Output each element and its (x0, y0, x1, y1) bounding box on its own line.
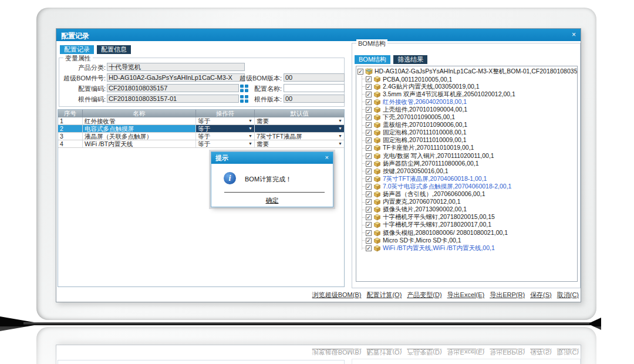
tab-bom-structure[interactable]: BOM结构 (355, 55, 390, 64)
operator-dropdown[interactable]: 等于▼ (196, 125, 255, 132)
default-value-dropdown[interactable]: 需要▼ (255, 117, 344, 124)
checkbox-checked-icon[interactable] (366, 107, 372, 113)
dialog-divider (224, 192, 325, 193)
checkbox-checked-icon[interactable] (358, 69, 363, 75)
info-icon: i (224, 172, 236, 184)
bom-tree-item[interactable]: 充电/数据 写入铜片,2070111020011,00,1 (358, 152, 577, 160)
bom-tree-item[interactable]: 按键,20703050016,00,1 (358, 167, 577, 175)
table-row[interactable]: 1 红外接收管 等于▼ 需要▼ (58, 117, 344, 125)
super-bom-version-field[interactable] (284, 73, 345, 82)
group-title: 变量属性 (63, 54, 93, 63)
checkbox-checked-icon[interactable] (366, 145, 372, 151)
bom-tree-item[interactable]: HD-AG10A2-GaJsPsYsAHInLp1CaC-M3-X整机,BOM-… (358, 68, 577, 75)
checkbox-checked-icon[interactable] (366, 161, 372, 167)
footer-link[interactable]: 浏览超级BOM(B) (312, 291, 362, 299)
default-value-dropdown[interactable]: ▼ (255, 125, 344, 132)
bom-tree-item[interactable]: 扬声器（含引线）,20706060006,00,1 (358, 191, 577, 198)
dialog-close-icon[interactable]: × (325, 154, 329, 161)
config-name-label: 配置名称: (235, 85, 282, 93)
bom-tree-item[interactable]: 7.0英寸电容式多点触摸屏,20704060018-2,00,1 (358, 183, 577, 190)
product-category-field[interactable] (107, 63, 245, 71)
checkbox-checked-icon[interactable] (366, 222, 372, 228)
bom-tree-item[interactable]: 固定泡棉,2070111010008,00,1 (358, 129, 577, 137)
footer-link[interactable]: 取消(C) (557, 291, 579, 299)
root-code-field[interactable] (107, 95, 239, 103)
tab-filter-results[interactable]: 筛选结果 (393, 55, 427, 64)
checkbox-checked-icon[interactable] (366, 168, 372, 174)
variable-name: 红外接收管 (83, 117, 196, 124)
checkbox-checked-icon[interactable] (366, 214, 372, 220)
table-row[interactable]: 2 电容式多点触摸屏 等于▼ ▼ (58, 125, 344, 133)
bom-tree-item[interactable]: 2.4G贴片内置天线,003050019,00,1 (358, 83, 577, 90)
bom-tree-item[interactable]: PCBA,00112010005,00,1 (358, 75, 577, 83)
dialog-message: BOM计算完成！ (245, 175, 292, 184)
checkbox-checked-icon[interactable] (366, 245, 372, 251)
checkbox-checked-icon[interactable] (366, 122, 372, 128)
root-version-field[interactable] (284, 95, 345, 103)
bom-tree-item[interactable]: 7英寸TFT液晶屏,20704060018-1,00,1 (358, 175, 577, 183)
checkbox-checked-icon[interactable] (366, 137, 372, 143)
tree-item-label: 2.4G贴片内置天线,003050019,00,1 (383, 83, 480, 91)
bom-tree-item[interactable]: WiFi /BT内置天线,WiFi /BT内置天线,00,1 (358, 244, 577, 252)
close-icon[interactable]: × (572, 31, 576, 39)
bom-tree-panel[interactable]: HD-AG10A2-GaJsPsYsAHInLp1CaC-M3-X整机,BOM-… (356, 66, 578, 282)
checkbox-checked-icon[interactable] (366, 191, 372, 197)
bom-tree-item[interactable]: 红外接收管,20604020018,00,1 (358, 98, 577, 106)
checkbox-checked-icon[interactable] (366, 176, 372, 182)
config-code-field[interactable] (107, 84, 239, 92)
checkbox-checked-icon[interactable] (366, 238, 372, 244)
checkbox-checked-icon[interactable] (366, 199, 372, 205)
bom-tab-bar: BOM结构 筛选结果 (355, 55, 429, 64)
part-icon (373, 221, 381, 228)
checkbox-checked-icon[interactable] (366, 207, 372, 213)
bom-tree-item[interactable]: 上壳组件,2070101090004,00,1 (358, 106, 577, 113)
default-value: 需要 (257, 140, 269, 147)
ok-button[interactable]: 确定 (211, 196, 333, 205)
footer-link[interactable]: 保存(S) (530, 291, 552, 299)
table-row[interactable]: 3 液晶屏（关联多点触屏） 等于▼ 7英寸TFT液晶屏▼ (58, 133, 344, 140)
operator-dropdown[interactable]: 等于▼ (196, 133, 255, 140)
footer-link[interactable]: 导出Excel(E) (447, 291, 485, 299)
footer-link[interactable]: 导出ERP(R) (490, 291, 525, 299)
checkbox-checked-icon[interactable] (366, 130, 372, 136)
form-row: 产品分类: (59, 63, 344, 71)
laptop-mockup: 配置记录 × 配置记录 配置信息 变量属性 产品分类: 超级BOM件号: 超级B… (0, 0, 634, 364)
footer-link[interactable]: 产品变型(D) (407, 291, 441, 299)
left-tab-bar: 配置记录 配置信息 (60, 45, 132, 54)
checkbox-checked-icon[interactable] (366, 184, 372, 190)
chevron-down-icon: ▼ (338, 140, 342, 147)
checkbox-checked-icon[interactable] (366, 99, 372, 105)
bom-tree-item[interactable]: 摄像头模组,20801080006/ 20801080021,00,1 (358, 229, 577, 237)
checkbox-checked-icon[interactable] (366, 153, 372, 159)
bom-tree-item[interactable]: 3.5mm 双声道4节沉板耳机座,20501020012,00,1 (358, 90, 577, 98)
bom-tree-item[interactable]: 内置麦克,20706070012,00,1 (358, 198, 577, 206)
default-value-dropdown[interactable]: 7英寸TFT液晶屏▼ (255, 133, 344, 140)
checkbox-checked-icon[interactable] (366, 92, 372, 97)
operator-dropdown[interactable]: 等于▼ (196, 117, 255, 124)
variable-properties-group: 变量属性 产品分类: 超级BOM件号: 超级BOM版本: 配置编码: (59, 58, 345, 107)
bom-tree-item[interactable]: 盖板组件,2070101090006,00,1 (358, 122, 577, 129)
bom-tree-item[interactable]: 十字槽机牙平头螺钉,20718020015,00,15 (358, 214, 577, 221)
default-value-dropdown[interactable]: 需要▼ (255, 140, 344, 147)
bom-tree-item[interactable]: 下壳,2070101090005,00,1 (358, 114, 577, 122)
table-row[interactable]: 4 WiFi /BT内置天线 等于▼ 需要▼ (58, 140, 344, 148)
variable-name: 液晶屏（关联多点触屏） (83, 133, 196, 140)
checkbox-checked-icon[interactable] (366, 76, 372, 82)
bom-tree-item[interactable]: 扬声器防尘网,2070111080006,00,1 (358, 160, 577, 167)
config-name-field[interactable] (284, 84, 345, 92)
checkbox-checked-icon[interactable] (366, 230, 372, 236)
bom-tree-item[interactable]: 十字槽机牙平头螺钉,20718020017,00,1 (358, 221, 577, 229)
bom-tree-item[interactable]: Micro SD卡,Micro SD卡,00,1 (358, 237, 577, 244)
checkbox-checked-icon[interactable] (366, 84, 372, 90)
bom-tree-item[interactable]: 固定泡棉,2070111010009,00,1 (358, 137, 577, 144)
bom-tree-item[interactable]: TF卡座垫片,2070111010019,00,1 (358, 144, 577, 152)
super-bom-field[interactable] (107, 73, 245, 82)
part-icon (373, 168, 381, 175)
tab-config-record[interactable]: 配置记录 (60, 45, 94, 54)
operator-dropdown[interactable]: 等于▼ (196, 140, 255, 147)
checkbox-checked-icon[interactable] (366, 114, 372, 120)
footer-link[interactable]: 配置计算(O) (366, 291, 402, 299)
bom-tree-item[interactable]: 摄像头镜片,20713090002,00,1 (358, 206, 577, 214)
tab-config-info[interactable]: 配置信息 (97, 45, 131, 54)
variable-name: 电容式多点触摸屏 (83, 125, 196, 132)
